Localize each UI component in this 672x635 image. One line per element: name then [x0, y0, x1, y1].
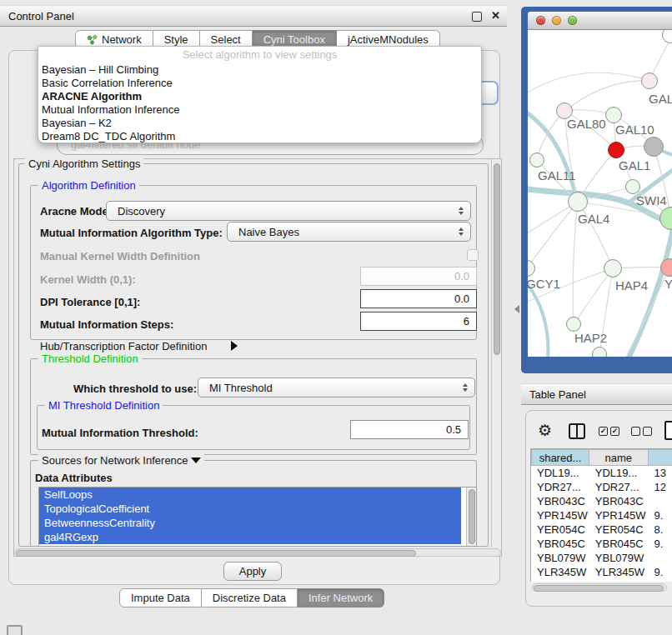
- table-row[interactable]: YER054CYER054C8.: [531, 522, 672, 537]
- table-cell: [649, 494, 672, 508]
- list-vertical-scrollbar[interactable]: [466, 488, 476, 547]
- table-row[interactable]: YDL19...YDL19...13: [531, 466, 672, 480]
- network-node[interactable]: [605, 107, 622, 123]
- network-node[interactable]: [662, 30, 672, 43]
- algorithm-option-aracne-algorithm[interactable]: ARACNE Algorithm: [38, 90, 481, 103]
- network-node[interactable]: [604, 259, 622, 278]
- table-row[interactable]: YBR045CYBR045C9.: [531, 537, 672, 551]
- tab-label: Cyni Toolbox: [263, 33, 325, 46]
- mi-algorithm-type-label: Mutual Information Algorithm Type:: [40, 227, 223, 239]
- data-attribute-item[interactable]: SelfLoops: [39, 488, 461, 502]
- tab-label: Impute Data: [131, 592, 190, 604]
- table-horizontal-scrollbar[interactable]: [532, 583, 667, 592]
- table-row[interactable]: YBR043CYBR043C: [531, 494, 672, 508]
- stepper-arrows-icon: [459, 207, 464, 215]
- unchecked-column-icon[interactable]: [643, 427, 652, 436]
- network-node[interactable]: [625, 179, 640, 194]
- column-header-extra[interactable]: [649, 449, 672, 466]
- mi-threshold-label: Mutual Information Threshold:: [42, 427, 198, 439]
- unchecked-column-icon[interactable]: [631, 427, 640, 436]
- algorithm-option-mutual-information-inference[interactable]: Mutual Information Inference: [38, 103, 481, 117]
- manual-kernel-label: Manual Kernel Width Definition: [40, 250, 200, 262]
- dpi-tolerance-field[interactable]: 0.0: [360, 289, 477, 308]
- algorithm-option-bayesian-k2[interactable]: Bayesian – K2: [38, 117, 481, 130]
- network-node[interactable]: [592, 347, 607, 357]
- kernel-width-label: Kernel Width (0,1):: [40, 273, 136, 286]
- table-cell: YER054C: [589, 522, 649, 537]
- network-canvas[interactable]: GALGAL80GAL10GAL1GAL11SWI4GAL4GCY1HAP4YH…: [528, 30, 672, 357]
- network-node[interactable]: [641, 72, 658, 89]
- table-cell: 13: [649, 466, 672, 480]
- data-attribute-item[interactable]: BetweennessCentrality: [39, 516, 461, 530]
- zoom-window-icon[interactable]: [568, 16, 577, 25]
- dpi-tolerance-label: DPI Tolerance [0,1]:: [40, 296, 140, 308]
- table-cell: YDR27...: [589, 480, 649, 494]
- table-cell: [649, 551, 672, 565]
- column-header-shared[interactable]: shared...: [531, 449, 589, 466]
- tab-label: Select: [211, 33, 241, 46]
- dock-panel-icon[interactable]: [7, 625, 23, 635]
- threshold-definition-title: Threshold Definition: [38, 352, 142, 365]
- gear-icon[interactable]: ⚙: [538, 421, 552, 440]
- mi-steps-field[interactable]: 6: [360, 312, 477, 331]
- network-node[interactable]: [568, 192, 588, 212]
- network-node[interactable]: [644, 137, 664, 157]
- tab-label: Infer Network: [308, 592, 373, 604]
- table-cell: YBR045C: [589, 537, 649, 551]
- node-label: GAL4: [578, 212, 609, 226]
- table-row[interactable]: YDR27...YDR27...12: [531, 480, 672, 494]
- window-traffic-lights: [536, 16, 577, 25]
- tab-label: jActiveMNodules: [348, 33, 429, 46]
- split-columns-icon[interactable]: [569, 423, 585, 439]
- network-node[interactable]: [659, 207, 672, 230]
- network-node[interactable]: [528, 260, 535, 277]
- hub-definition-label: Hub/Transcription Factor Definition: [40, 340, 207, 352]
- checked-column-icon[interactable]: ✓: [610, 427, 619, 436]
- table-cell: 8.: [649, 522, 672, 537]
- close-panel-icon[interactable]: ✕: [491, 9, 500, 22]
- tab-label: Style: [164, 33, 188, 46]
- node-label: GAL: [649, 92, 672, 106]
- kernel-width-field[interactable]: 0.0: [360, 267, 477, 286]
- network-node[interactable]: [566, 317, 581, 332]
- collapse-arrow-icon[interactable]: [191, 458, 201, 463]
- document-icon[interactable]: [664, 421, 672, 440]
- table-row[interactable]: YLR345WYLR345W9.: [531, 565, 672, 579]
- tab-impute-data[interactable]: Impute Data: [119, 588, 202, 608]
- which-threshold-combo[interactable]: MI Threshold: [198, 378, 475, 398]
- tab-label: Network: [102, 33, 142, 46]
- table-row[interactable]: YIL052CYIL052C9.: [531, 579, 672, 582]
- float-window-icon[interactable]: [472, 12, 482, 22]
- network-node[interactable]: [660, 258, 672, 277]
- data-attribute-item[interactable]: TopologicalCoefficient: [39, 502, 461, 516]
- mi-algorithm-type-combo[interactable]: Naive Bayes: [227, 222, 471, 242]
- minimize-window-icon[interactable]: [552, 16, 561, 25]
- close-window-icon[interactable]: [536, 16, 545, 25]
- algorithm-option-dream8-dc-tdc-algorithm[interactable]: Dream8 DC_TDC Algorithm: [38, 130, 481, 143]
- table-row[interactable]: YPR145WYPR145W9.: [531, 508, 672, 522]
- data-attributes-list[interactable]: SelfLoopsTopologicalCoefficientBetweenne…: [38, 487, 477, 547]
- checked-column-icon[interactable]: ✓: [599, 427, 608, 436]
- mi-threshold-field[interactable]: 0.5: [350, 420, 469, 439]
- tab-infer-network[interactable]: Infer Network: [298, 588, 384, 608]
- network-node[interactable]: [529, 152, 544, 168]
- settings-horizontal-scrollbar[interactable]: [14, 548, 501, 557]
- algorithm-option-bayesian-hill-climbing[interactable]: Bayesian – Hill Climbing: [38, 63, 481, 77]
- expand-arrow-icon[interactable]: [231, 340, 238, 352]
- settings-vertical-scrollbar[interactable]: [491, 159, 501, 548]
- sources-group-title: Sources for Network Inference: [38, 454, 204, 467]
- manual-kernel-checkbox[interactable]: [467, 249, 479, 261]
- network-node[interactable]: [608, 142, 624, 158]
- tab-discretize-data[interactable]: Discretize Data: [202, 588, 298, 608]
- network-window-titlebar[interactable]: [528, 12, 672, 30]
- apply-button[interactable]: Apply: [223, 562, 282, 581]
- algorithm-option-basic-correlation-inference[interactable]: Basic Correlation Inference: [38, 77, 481, 90]
- sources-title-text: Sources for Network Inference: [42, 454, 188, 467]
- table-cell: 9.: [649, 565, 672, 579]
- table-row[interactable]: YBL079WYBL079W: [531, 551, 672, 565]
- panel-divider-handle[interactable]: [514, 305, 519, 313]
- column-header-name[interactable]: name: [589, 449, 649, 466]
- aracne-mode-value: Discovery: [118, 205, 165, 218]
- data-attribute-item[interactable]: gal4RGexp: [39, 530, 461, 544]
- aracne-mode-combo[interactable]: Discovery: [106, 201, 471, 221]
